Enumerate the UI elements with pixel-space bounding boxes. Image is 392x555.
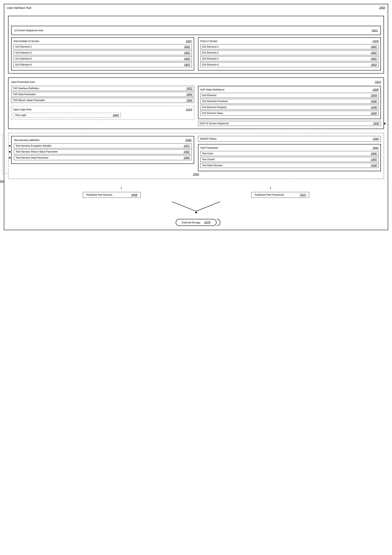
final-screen-header: Final UI Screen 1924 (200, 40, 379, 43)
storage-label: External Storage (182, 221, 200, 224)
main-title: User Interface Tool (7, 6, 31, 9)
th-exception-handler-wrapper: ► Test Harness Exception Handler 1872 (14, 143, 192, 148)
converge-to-storage (8, 202, 384, 213)
input-param-area: Input Parameter Area 1810 TAP Interface … (8, 77, 384, 129)
published-test-framework-label: Published Test Framework (255, 193, 284, 197)
svg-line-1 (196, 202, 220, 211)
gap-state-def-header: GAP State Definitions 1828 (200, 88, 379, 91)
left-arrow-icon-1: ► (8, 144, 12, 147)
list-item: GUI Element-4 1802 (14, 62, 192, 67)
intermediate-screen-ref: 1922 (186, 40, 192, 43)
test-logic-ref: 1844 (113, 114, 119, 117)
section-2002-ref: 2002 (193, 173, 199, 176)
tf-test-data-element-row: Test Data Element 1848 (200, 163, 379, 168)
lower-columns: Test Harness Definition 2006 ► Test Harn… (11, 136, 381, 171)
gap-ui-screen-seq-ref: 1830 (373, 122, 379, 125)
th-data-param-wrapper: ► Test Harness Data Parameter 1860 (14, 155, 192, 160)
th-return-value-row: Test Harness Return Value Parameter 1862 (14, 149, 192, 154)
tap-return-value-param: TAP Return Value Parameter 1856 (11, 98, 194, 103)
list-item: GUI Element-1 1802 (200, 44, 379, 49)
gap-ui-screen-seq-label: GAP UI Screen Sequence (200, 122, 229, 125)
final-screen-ref: 1924 (373, 40, 378, 43)
published-test-harness-label: Published Test Harness (86, 193, 112, 197)
test-logic-box: Test Logic 1844 (13, 113, 121, 118)
test-framework-box: Test Framework 1842 Test Case 1846 Test … (198, 144, 381, 171)
down-arrow-right-icon: ↓ (269, 185, 272, 190)
test-logic-label: Test Logic (15, 114, 26, 117)
gui-element-row: GUI Element 1834 (200, 93, 379, 98)
left-arrow-icon-3: ► (8, 156, 12, 160)
list-item: GUI Element-2 1802 (200, 50, 379, 55)
published-test-harness-ref: 2008 (131, 193, 137, 197)
tf-ref: 1842 (373, 146, 378, 149)
test-harness-def-col: Test Harness Definition 2006 ► Test Harn… (11, 136, 194, 171)
intermediate-screen-header: Intermediate UI Screen 1922 (14, 40, 192, 43)
tap-data-param: TAP Data Parameter 1854 (11, 92, 194, 97)
publish-row: Published Test Harness 2008 Published Te… (8, 192, 384, 198)
tf-test-oracle-row: Test Oracle 1850 (200, 157, 379, 162)
th-def-label: Test Harness Definition (14, 139, 40, 142)
arrow-left-col: ↓ (120, 185, 123, 190)
th-def-ref: 2006 (185, 139, 191, 142)
test-harness-def-box: Test Harness Definition 2006 ► Test Harn… (11, 136, 194, 164)
ui-seq-ref: 1812 (372, 29, 378, 32)
list-item: GUI Element-2 1802 (14, 50, 192, 55)
section-2004-ref-wrapper: 2004 (0, 180, 4, 183)
gap-state-def-label: GAP State Definitions (200, 88, 225, 91)
gui-element-value-row: GUI Element Value 1840 (200, 111, 379, 116)
smart-ratios-label: SMART Ratios (200, 137, 217, 140)
list-item: GUI Element-3 1802 (14, 56, 192, 61)
section-2004-border (2, 133, 8, 174)
ui-screen-seq-area: UI Screen Sequence Area 1812 Intermediat… (8, 16, 384, 73)
gap-ui-screen-seq-container: GAP UI Screen Sequence 1830 ◄ (198, 121, 381, 126)
storage-box: External Storage 1870 (176, 219, 216, 226)
input-logic-header: Input Logic Area 1814 (13, 108, 192, 111)
gui-element-property-row: GUI Element Property 1838 (200, 105, 379, 110)
gap-ui-screen-seq: GAP UI Screen Sequence 1830 ◄ (198, 121, 381, 126)
tap-interface-def: TAP Interface Definition 1852 (11, 86, 194, 91)
input-logic-ref: 1814 (186, 108, 192, 111)
smart-ratios-ref: 1940 (373, 137, 379, 140)
intermediate-ui-screen: Intermediate UI Screen 1922 GUI Element-… (11, 37, 194, 71)
list-item: GUI Element-1 1802 (14, 44, 192, 49)
input-logic-area: Input Logic Area 1814 Test Logic 1844 (11, 106, 194, 120)
tf-test-case-row: Test Case 1846 (200, 151, 379, 156)
list-item: GUI Element-4 1802 (200, 62, 379, 67)
screens-row: Intermediate UI Screen 1922 GUI Element-… (11, 37, 381, 71)
tf-label: Test Framework (200, 146, 218, 149)
section-2002-wrapper: Test Harness Definition 2006 ► Test Harn… (8, 133, 384, 179)
svg-marker-3 (195, 212, 197, 213)
published-test-framework-ref: 2010 (300, 193, 306, 197)
main-ref: 1802 (379, 6, 385, 9)
gap-state-def-box: GAP State Definitions 1828 GUI Element 1… (198, 86, 381, 119)
ui-seq-label: UI Screen Sequence Area (14, 29, 43, 32)
published-test-harness-box: Published Test Harness 2008 (83, 192, 141, 198)
gap-state-def-ref: 1828 (373, 88, 378, 91)
smart-ratios-box: SMART Ratios 1940 (198, 136, 381, 142)
list-item: GUI Element-3 1802 (200, 56, 379, 61)
input-logic-label: Input Logic Area (13, 108, 31, 111)
published-test-framework-box: Published Test Framework 2010 (251, 192, 309, 198)
final-ui-screen: Final UI Screen 1924 GUI Element-1 1802 … (198, 37, 381, 71)
gui-element-functions-row: GUI Element Functions 1836 (200, 99, 379, 104)
section-2002: Test Harness Definition 2006 ► Test Harn… (8, 133, 384, 179)
right-arrow-icon: ◄ (383, 122, 386, 125)
converge-lines-svg (148, 202, 244, 213)
final-screen-label: Final UI Screen (200, 40, 218, 43)
th-data-param-row: Test Harness Data Parameter 1860 (14, 155, 192, 160)
input-param-left-col: TAP Interface Definition 1852 TAP Data P… (11, 86, 194, 126)
th-exception-handler-row: Test Harness Exception Handler 1872 (14, 143, 192, 148)
input-param-columns: TAP Interface Definition 1852 TAP Data P… (11, 86, 381, 126)
ui-seq-header: UI Screen Sequence Area 1812 (11, 26, 381, 35)
storage-end-cap (217, 219, 220, 226)
intermediate-screen-label: Intermediate UI Screen (14, 40, 39, 43)
th-def-header: Test Harness Definition 2006 (14, 139, 192, 142)
input-param-ref: 1810 (375, 80, 381, 84)
input-param-label: Input Parameter Area (11, 80, 35, 84)
down-arrow-left-icon: ↓ (120, 185, 123, 190)
tf-header: Test Framework 1842 (200, 146, 379, 149)
input-param-header: Input Parameter Area 1810 (11, 80, 381, 84)
svg-line-0 (172, 202, 196, 211)
external-storage-wrapper: External Storage 1870 (176, 219, 216, 226)
arrows-to-publish: ↓ ↓ (8, 185, 384, 190)
